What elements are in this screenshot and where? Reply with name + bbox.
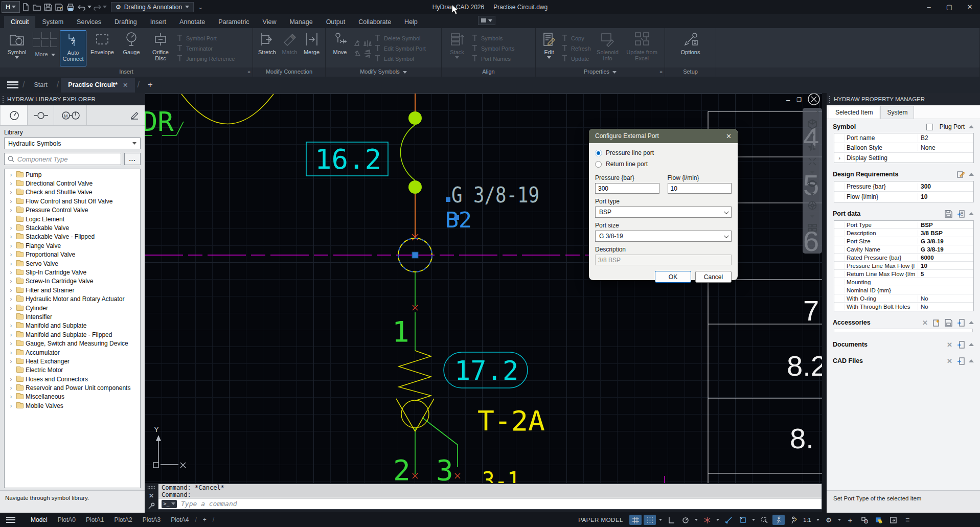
pan-hand-icon[interactable] bbox=[807, 142, 817, 152]
radio-icon[interactable] bbox=[595, 161, 602, 168]
options-button[interactable]: Options bbox=[677, 30, 704, 66]
port-thread-label[interactable]: G 3/8-19 bbox=[446, 182, 539, 208]
orbit-icon[interactable] bbox=[807, 178, 817, 189]
tree-item[interactable]: › Filter and Strainer bbox=[5, 286, 140, 294]
workspace-gear-button[interactable]: ⚙ bbox=[823, 515, 835, 525]
chevron-down-icon[interactable] bbox=[810, 134, 814, 137]
autoscale-toggle[interactable] bbox=[787, 515, 799, 525]
layout-tab[interactable]: PlotA2 bbox=[109, 516, 137, 523]
isometric-dropdown[interactable] bbox=[716, 519, 719, 521]
property-value[interactable]: G 3/8-19 bbox=[918, 246, 973, 253]
expand-chevron[interactable]: › bbox=[8, 269, 14, 276]
expand-chevron[interactable]: › bbox=[8, 305, 14, 312]
property-row[interactable]: With O-ring No bbox=[834, 294, 973, 303]
ribbon-tab[interactable]: Drafting bbox=[108, 16, 144, 28]
port-size-select[interactable]: G 3/8-19 bbox=[595, 231, 732, 242]
property-row[interactable]: Nominal ID {mm} bbox=[834, 286, 973, 294]
expand-chevron[interactable]: › bbox=[8, 358, 14, 365]
grip-point[interactable] bbox=[412, 252, 418, 258]
polar-dropdown[interactable] bbox=[695, 519, 698, 521]
property-row[interactable]: Port name B2 bbox=[834, 133, 973, 143]
group-label-modify-connection[interactable]: Modify Connection bbox=[253, 67, 325, 77]
tree-item[interactable]: › Slip-In Cartridge Valve bbox=[5, 268, 140, 277]
ribbon-row-button[interactable]: Jumping Reference bbox=[176, 54, 235, 63]
property-row[interactable]: › Display Setting bbox=[834, 153, 973, 163]
expand-chevron[interactable]: › bbox=[8, 207, 14, 214]
hose-arc[interactable] bbox=[400, 125, 415, 180]
file-tabs-menu-button[interactable] bbox=[0, 81, 20, 88]
pressure-line-port-radio[interactable]: Pressure line port bbox=[595, 148, 732, 158]
property-row[interactable]: Cavity Name G 3/8-19 bbox=[834, 245, 973, 254]
customize-plus-button[interactable]: + bbox=[844, 515, 856, 525]
snap-mode-toggle[interactable] bbox=[644, 515, 656, 525]
tree-item[interactable]: Intensifier bbox=[5, 312, 140, 321]
tree-item[interactable]: › Pump bbox=[5, 170, 140, 179]
more-symbols-button[interactable]: More bbox=[33, 30, 57, 66]
line-number-2[interactable]: 2 bbox=[393, 453, 411, 483]
library-tab-components[interactable] bbox=[1, 105, 28, 125]
ribbon-row-button[interactable]: Edit Symbol bbox=[374, 54, 426, 63]
ribbon-row-button[interactable]: Update bbox=[561, 54, 591, 63]
drawing-minimize-icon[interactable]: – bbox=[786, 96, 790, 104]
plot-button[interactable] bbox=[65, 2, 76, 13]
expand-chevron[interactable]: › bbox=[8, 384, 14, 392]
undo-button[interactable] bbox=[76, 2, 87, 13]
chevron-down-icon[interactable] bbox=[810, 171, 814, 174]
ribbon-row-button[interactable]: Refresh bbox=[561, 44, 591, 53]
ribbon-tab[interactable]: Help bbox=[398, 16, 424, 28]
tab-system[interactable]: System bbox=[880, 106, 914, 119]
ribbon-display-toggle[interactable] bbox=[478, 16, 495, 25]
plug-port-checkbox[interactable] bbox=[926, 124, 933, 130]
new-layout-button[interactable]: + bbox=[198, 516, 212, 523]
tree-item[interactable]: › Hoses and Connectors bbox=[5, 375, 140, 383]
connection-node[interactable] bbox=[408, 111, 422, 125]
tree-item[interactable]: › Heat Exchanger bbox=[5, 357, 140, 365]
tab-practise-circuit[interactable]: Practise Circuit* ✕ bbox=[61, 78, 135, 93]
property-value[interactable]: 5 bbox=[918, 271, 973, 277]
group-label-insert[interactable]: Insert» bbox=[0, 67, 253, 77]
merge-button[interactable]: Merge bbox=[302, 30, 322, 66]
property-row[interactable]: Description 3/8 BSP bbox=[834, 229, 973, 237]
ribbon-tab[interactable]: Annotate bbox=[173, 16, 212, 28]
move-button[interactable]: Move bbox=[329, 30, 351, 66]
tree-item[interactable]: › Manifold and Subplate bbox=[5, 322, 140, 330]
viewcube-icon[interactable] bbox=[807, 119, 818, 130]
property-value[interactable]: 3/8 BSP bbox=[918, 230, 973, 236]
tree-item[interactable]: › Manifold and Subplate - Flipped bbox=[5, 330, 140, 339]
layout-tab[interactable]: PlotA0 bbox=[53, 516, 81, 523]
object-snap-dropdown[interactable] bbox=[752, 519, 755, 521]
expand-chevron[interactable]: › bbox=[8, 340, 14, 347]
tree-item[interactable]: › Servo Valve bbox=[5, 259, 140, 268]
annotation-scale-button[interactable]: 1:1 bbox=[801, 515, 813, 525]
ribbon-tab[interactable]: Circuit bbox=[4, 16, 35, 28]
clean-screen-button[interactable] bbox=[887, 515, 899, 525]
expand-chevron[interactable]: › bbox=[8, 260, 14, 267]
dialog-launcher-icon[interactable]: » bbox=[659, 67, 663, 76]
collapse-icon[interactable] bbox=[969, 173, 974, 176]
edit-properties-button[interactable]: Edit bbox=[539, 30, 559, 66]
symbol-button[interactable]: Symbol bbox=[4, 30, 30, 66]
isolate-objects-button[interactable] bbox=[858, 515, 871, 525]
ribbon-row-button[interactable]: Terminator bbox=[176, 44, 235, 53]
expand-chevron[interactable]: › bbox=[8, 331, 14, 338]
library-tab-inline[interactable] bbox=[28, 105, 54, 125]
add-new-icon[interactable] bbox=[932, 318, 940, 327]
tree-item[interactable]: › Flow Control and Shut Off Valve bbox=[5, 197, 140, 205]
maximize-button[interactable]: ▢ bbox=[939, 0, 960, 14]
property-row[interactable]: Balloon Style None bbox=[834, 143, 973, 153]
undo-dropdown[interactable] bbox=[87, 6, 92, 8]
open-file-button[interactable] bbox=[31, 2, 42, 13]
tree-item[interactable]: Logic Element bbox=[5, 215, 140, 223]
redo-button[interactable] bbox=[92, 2, 103, 13]
connection-node[interactable] bbox=[408, 180, 422, 194]
tree-item[interactable]: › Directional Control Valve bbox=[5, 179, 140, 188]
tank-label-t2a[interactable]: T-2A bbox=[477, 405, 545, 437]
tab-start[interactable]: Start bbox=[27, 78, 54, 92]
ribbon-tab[interactable]: Insert bbox=[144, 16, 173, 28]
ribbon-row-button[interactable]: Edit Symbol Port bbox=[374, 44, 426, 53]
balloon-17-2[interactable]: 17.2 bbox=[444, 352, 528, 388]
library-edit-button[interactable] bbox=[124, 105, 145, 125]
expand-chevron[interactable]: › bbox=[8, 198, 14, 205]
orifice-disc-button[interactable]: Orifice Disc bbox=[147, 30, 174, 66]
model-space-toggle[interactable]: MODEL bbox=[601, 517, 623, 523]
